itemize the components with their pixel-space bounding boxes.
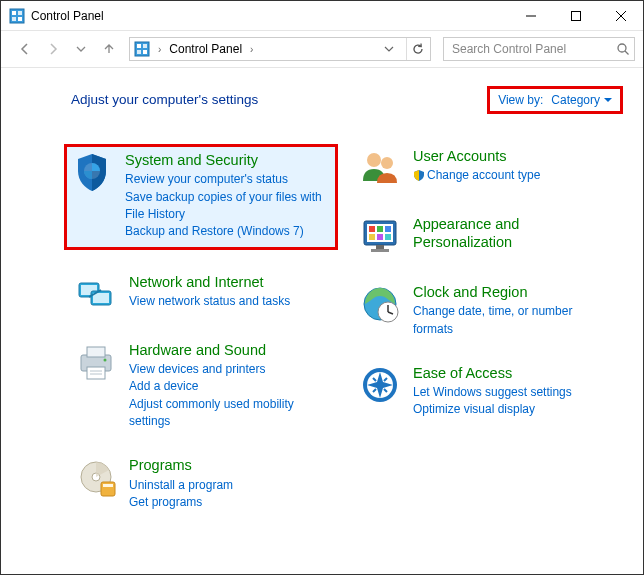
category-ease-of-access[interactable]: Ease of Access Let Windows suggest setti… bbox=[355, 361, 619, 422]
back-button[interactable] bbox=[13, 37, 37, 61]
chevron-down-icon bbox=[604, 96, 612, 104]
window-title: Control Panel bbox=[31, 9, 104, 23]
svg-point-25 bbox=[104, 358, 107, 361]
address-bar[interactable]: › Control Panel › bbox=[129, 37, 431, 61]
svg-rect-1 bbox=[12, 11, 16, 15]
svg-rect-31 bbox=[103, 484, 113, 487]
category-link[interactable]: Change date, time, or number formats bbox=[413, 303, 615, 338]
svg-line-15 bbox=[625, 51, 629, 55]
category-link[interactable]: Review your computer's status bbox=[125, 171, 331, 188]
category-link[interactable]: View devices and printers bbox=[129, 361, 331, 378]
page-title: Adjust your computer's settings bbox=[71, 92, 258, 107]
viewby-label: View by: bbox=[498, 93, 543, 107]
category-link[interactable]: Let Windows suggest settings bbox=[413, 384, 615, 401]
forward-button[interactable] bbox=[41, 37, 65, 61]
category-system-security[interactable]: System and Security Review your computer… bbox=[64, 144, 338, 250]
category-title[interactable]: Ease of Access bbox=[413, 364, 615, 382]
category-link[interactable]: Optimize visual display bbox=[413, 401, 615, 418]
refresh-button[interactable] bbox=[406, 38, 428, 60]
category-link[interactable]: Add a device bbox=[129, 378, 331, 395]
category-link[interactable]: View network status and tasks bbox=[129, 293, 331, 310]
search-icon bbox=[616, 42, 630, 56]
up-button[interactable] bbox=[97, 37, 121, 61]
category-appearance-personalization[interactable]: Appearance and Personalization bbox=[355, 212, 619, 260]
appearance-icon bbox=[359, 215, 401, 257]
category-link[interactable]: Uninstall a program bbox=[129, 477, 331, 494]
category-title[interactable]: Programs bbox=[129, 456, 331, 474]
maximize-button[interactable] bbox=[553, 1, 598, 30]
category-hardware-sound[interactable]: Hardware and Sound View devices and prin… bbox=[71, 338, 335, 434]
category-network-internet[interactable]: Network and Internet View network status… bbox=[71, 270, 335, 318]
category-link[interactable]: Get programs bbox=[129, 494, 331, 511]
svg-rect-37 bbox=[377, 226, 383, 232]
printer-icon bbox=[75, 341, 117, 383]
svg-point-33 bbox=[381, 157, 393, 169]
svg-rect-13 bbox=[143, 50, 147, 54]
programs-icon bbox=[75, 456, 117, 498]
svg-rect-2 bbox=[18, 11, 22, 15]
svg-rect-24 bbox=[87, 367, 105, 379]
svg-rect-41 bbox=[385, 234, 391, 240]
svg-rect-11 bbox=[143, 44, 147, 48]
ease-of-access-icon bbox=[359, 364, 401, 406]
category-title[interactable]: User Accounts bbox=[413, 147, 615, 165]
users-icon bbox=[359, 147, 401, 189]
category-title[interactable]: Clock and Region bbox=[413, 283, 615, 301]
search-input[interactable] bbox=[450, 41, 616, 57]
category-clock-region[interactable]: Clock and Region Change date, time, or n… bbox=[355, 280, 619, 341]
svg-rect-43 bbox=[371, 249, 389, 252]
breadcrumb-item[interactable]: Control Panel bbox=[169, 42, 242, 56]
chevron-right-icon[interactable]: › bbox=[154, 44, 165, 55]
content: Adjust your computer's settings View by:… bbox=[1, 68, 643, 558]
category-link[interactable]: Backup and Restore (Windows 7) bbox=[125, 223, 331, 240]
control-panel-icon bbox=[9, 8, 25, 24]
svg-rect-38 bbox=[385, 226, 391, 232]
svg-rect-36 bbox=[369, 226, 375, 232]
address-dropdown-button[interactable] bbox=[378, 38, 400, 60]
svg-rect-23 bbox=[87, 347, 105, 357]
category-programs[interactable]: Programs Uninstall a program Get program… bbox=[71, 453, 335, 514]
svg-rect-42 bbox=[376, 245, 384, 249]
control-panel-icon bbox=[134, 41, 150, 57]
svg-rect-4 bbox=[18, 17, 22, 21]
category-title[interactable]: Appearance and Personalization bbox=[413, 215, 615, 251]
svg-point-14 bbox=[618, 44, 626, 52]
svg-rect-3 bbox=[12, 17, 16, 21]
search-box[interactable] bbox=[443, 37, 635, 61]
category-title[interactable]: System and Security bbox=[125, 151, 331, 169]
category-link[interactable]: Adjust commonly used mobility settings bbox=[129, 396, 331, 431]
navbar: › Control Panel › bbox=[1, 31, 643, 67]
svg-rect-12 bbox=[137, 50, 141, 54]
right-column: User Accounts Change account type bbox=[355, 144, 619, 534]
svg-rect-39 bbox=[369, 234, 375, 240]
shield-icon bbox=[71, 151, 113, 193]
viewby-value: Category bbox=[551, 93, 600, 107]
network-icon bbox=[75, 273, 117, 315]
chevron-right-icon[interactable]: › bbox=[246, 44, 257, 55]
svg-rect-6 bbox=[571, 11, 580, 20]
clock-icon bbox=[359, 283, 401, 325]
viewby-dropdown[interactable]: Category bbox=[551, 93, 612, 107]
category-user-accounts[interactable]: User Accounts Change account type bbox=[355, 144, 619, 192]
titlebar: Control Panel bbox=[1, 1, 643, 31]
svg-rect-10 bbox=[137, 44, 141, 48]
category-link[interactable]: Save backup copies of your files with Fi… bbox=[125, 189, 331, 224]
shield-small-icon bbox=[413, 169, 425, 181]
viewby-highlight: View by: Category bbox=[487, 86, 623, 114]
category-title[interactable]: Hardware and Sound bbox=[129, 341, 331, 359]
left-column: System and Security Review your computer… bbox=[71, 144, 335, 534]
svg-point-32 bbox=[367, 153, 381, 167]
category-title[interactable]: Network and Internet bbox=[129, 273, 331, 291]
svg-rect-20 bbox=[93, 293, 109, 303]
category-link[interactable]: Change account type bbox=[413, 167, 615, 184]
recent-locations-button[interactable] bbox=[69, 37, 93, 61]
minimize-button[interactable] bbox=[508, 1, 553, 30]
close-button[interactable] bbox=[598, 1, 643, 30]
svg-rect-40 bbox=[377, 234, 383, 240]
